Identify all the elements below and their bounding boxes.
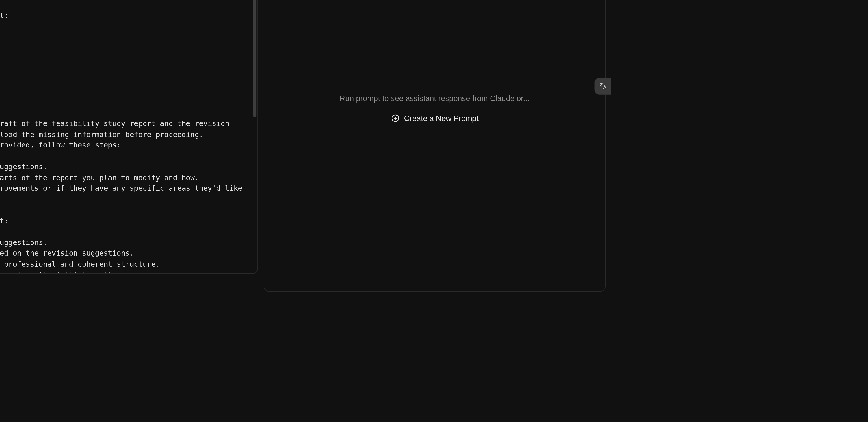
response-panel: Run prompt to see assistant response fro… xyxy=(264,0,606,292)
scrollbar[interactable] xyxy=(253,0,256,251)
translate-icon xyxy=(598,82,608,90)
translate-button[interactable] xyxy=(595,78,611,94)
response-hint: Run prompt to see assistant response fro… xyxy=(340,94,530,102)
create-new-prompt-button[interactable]: Create a New Prompt xyxy=(391,114,478,122)
plus-circle-icon xyxy=(391,114,400,122)
create-prompt-label: Create a New Prompt xyxy=(404,114,478,122)
scrollbar-thumb[interactable] xyxy=(253,0,256,117)
user-message-content[interactable]: You are a professional information techn… xyxy=(0,0,257,273)
user-message-box: USER You are a professional information … xyxy=(0,0,258,274)
